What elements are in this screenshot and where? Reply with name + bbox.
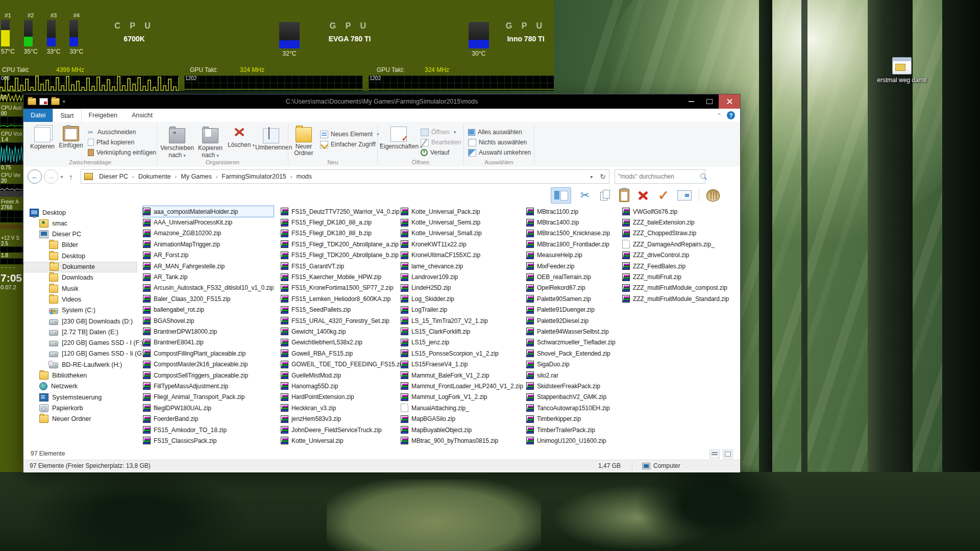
sidebar-item-videos[interactable]: Videos — [23, 294, 137, 305]
thumbnails-view-button[interactable] — [723, 449, 733, 459]
file-item[interactable]: BrantnerDPW18000.zip — [143, 326, 274, 337]
file-item[interactable]: flieglDPW180UAL.zip — [143, 403, 274, 413]
file-item[interactable]: FS15_GarantVT.zip — [281, 261, 404, 271]
refresh-icon[interactable]: ↻ — [597, 172, 609, 181]
file-item[interactable]: FS15_URAL_4320_Forestry_Set.zip — [281, 315, 404, 326]
file-item[interactable]: AR_MAN_Fahrgestelle.zip — [143, 261, 274, 271]
easy-access-button[interactable]: Einfacher Zugriff — [320, 139, 382, 149]
breadcrumb-segment[interactable]: FarmingSimulator2015 — [219, 173, 288, 180]
file-item[interactable]: AR_Forst.zip — [143, 250, 274, 261]
rename-button[interactable]: Umbenennen — [255, 124, 287, 158]
sidebar-item-systemsteuerung[interactable]: Systemsteuerung — [23, 392, 137, 403]
copy-to-button[interactable]: Kopieren nach — [195, 124, 226, 158]
forward-button[interactable]: → — [44, 169, 58, 184]
sidebar-item-papierkorb[interactable]: Papierkorb — [23, 403, 137, 413]
file-item[interactable]: Heckkran_v3.zip — [281, 403, 404, 413]
file-item[interactable]: CompostMaster2k16_placeable.zip — [143, 359, 274, 369]
file-item[interactable]: MBtrac1100.zip — [526, 206, 616, 217]
file-item[interactable]: CompostFillingPlant_placeable.zip — [143, 348, 274, 359]
file-item[interactable]: FS15_Fliegl_TDK200_Abrollplane_b.zip — [281, 250, 404, 261]
file-item[interactable]: JohnDeere_FieldServiceTruck.zip — [281, 424, 404, 435]
file-item[interactable]: LogTrailer.zip — [401, 305, 523, 315]
file-item[interactable]: FS15_Kaercher_Mobile_HPW.zip — [281, 271, 404, 282]
sidebar-item-desktop[interactable]: Desktop — [23, 207, 137, 218]
file-item[interactable]: ZZZ_multiFruitModule_Standard.zip — [622, 293, 729, 304]
file-item[interactable]: jenzHem583v3.zip — [281, 413, 404, 424]
file-item[interactable]: LindeH25D.zip — [401, 283, 523, 293]
file-item[interactable]: MBtrac_900_byThomas0815.zip — [401, 435, 523, 446]
breadcrumb-segment[interactable]: mods — [294, 173, 314, 180]
file-item[interactable]: KroneKWT11x22.zip — [401, 239, 523, 249]
new-folder-button[interactable]: NeuerOrdner — [290, 124, 317, 158]
file-item[interactable]: Kotte_Universal_Small.zip — [401, 228, 523, 239]
file-item[interactable]: Goweil_RBA_FS15.zip — [281, 348, 404, 359]
copy-path-button[interactable]: Pfad kopieren — [88, 137, 156, 147]
sidebar-item--230-gb-downloads-d-[interactable]: [230 GB] Downloads (D:) — [23, 316, 137, 327]
file-item[interactable]: GuelleMistMod.zip — [281, 370, 404, 381]
file-item[interactable]: FS15_Amkodor_TO_18.zip — [143, 424, 274, 435]
properties-icon[interactable] — [39, 98, 48, 105]
recent-locations-icon[interactable]: ▾ — [58, 174, 65, 180]
paste-shortcut-button[interactable]: Verknüpfung einfügen — [88, 147, 156, 158]
sidebar-item-system-c-[interactable]: System (C:) — [23, 305, 137, 316]
file-item[interactable]: aaa_compostMaterialHolder.zip — [143, 206, 274, 217]
file-item[interactable]: MBtrac1500_Knicknase.zip — [526, 228, 616, 239]
file-item[interactable]: FS15_Fliegl_DK180_88_a.zip — [281, 217, 404, 228]
file-item[interactable]: Baler_Claas_3200_FS15.zip — [143, 293, 274, 304]
delete-button[interactable]: Löschen — [228, 124, 254, 158]
file-item[interactable]: GewichtliebherrL538x2.zip — [281, 337, 404, 348]
file-item[interactable]: TimberTrailerPack.zip — [526, 424, 616, 435]
sidebar-item-desktop[interactable]: Desktop — [23, 251, 137, 261]
file-item[interactable]: Shovel_Pack_Extended.zip — [526, 348, 616, 359]
search-icon[interactable] — [700, 173, 707, 180]
file-item[interactable]: MBtrac1400.zip — [526, 217, 616, 228]
select-none-button[interactable]: Nichts auswählen — [468, 137, 531, 147]
paste-tool-icon[interactable] — [619, 189, 629, 202]
file-item[interactable]: ZZZ_baleExtension.zip — [622, 217, 729, 228]
sidebar-item--120-gb-games-ssd-ii-g-[interactable]: [120 GB] Games SSD - Ii (G:) — [23, 348, 137, 359]
new-item-button[interactable]: Neues Element — [320, 129, 382, 139]
file-item[interactable]: BrantnerE8041.zip — [143, 337, 274, 348]
file-item[interactable]: AAA_UniversalProcessKit.zip — [143, 217, 274, 228]
file-item[interactable]: UnimogU1200_U1600.zip — [526, 435, 616, 446]
file-item[interactable]: CompostSellTriggers_placeable.zip — [143, 370, 274, 381]
paste-button[interactable]: Einfügen — [56, 124, 86, 158]
file-item[interactable]: KroneUltimaCF155XC.zip — [401, 250, 523, 261]
file-item[interactable]: Palette90Samen.zip — [526, 293, 616, 304]
up-button[interactable]: ↑ — [65, 172, 77, 181]
sidebar-item-netzwerk[interactable]: Netzwerk — [23, 381, 137, 392]
file-item[interactable]: OpelRekord67.zip — [526, 283, 616, 293]
breadcrumb-segment[interactable]: My Games — [179, 173, 213, 180]
sidebar-item-bilder[interactable]: Bilder — [23, 240, 137, 251]
close-button[interactable] — [719, 94, 740, 109]
file-item[interactable]: SkidsteerFreakPack.zip — [526, 381, 616, 391]
sidebar-item-smac[interactable]: smac — [23, 218, 137, 229]
search-input[interactable] — [615, 173, 700, 180]
file-item[interactable]: BGAShovel.zip — [143, 315, 274, 326]
breadcrumb-segment[interactable]: Dokumente — [136, 173, 173, 180]
sidebar-item-musik[interactable]: Musik — [23, 283, 137, 294]
file-item[interactable]: MapBGASilo.zip — [401, 413, 523, 424]
sidebar-item-bibliotheken[interactable]: Bibliotheken — [23, 370, 137, 381]
maximize-button[interactable] — [700, 94, 719, 109]
minimize-button[interactable] — [682, 94, 700, 109]
tab-datei[interactable]: Datei — [23, 109, 53, 122]
file-item[interactable]: LS15FraeseV4_1.zip — [401, 359, 523, 369]
new-folder-icon[interactable] — [51, 98, 60, 105]
qat-dropdown-icon[interactable]: ▾ — [63, 99, 65, 104]
file-item[interactable]: ZZZ_ChoppedStraw.zip — [622, 228, 729, 239]
cut-tool-icon[interactable]: ✂ — [578, 189, 592, 202]
file-item[interactable]: LS_15_TimTra207_V2_1.zip — [401, 315, 523, 326]
file-item[interactable]: ZZZ_multiFruit.zip — [622, 271, 729, 282]
help-icon[interactable]: ? — [727, 111, 735, 119]
file-item[interactable]: GOWEIL_TDE_TDD_FEEDING_FS15.zip — [281, 359, 404, 369]
file-item[interactable]: FS15_KroneFortima1500_SP77_2.zip — [281, 283, 404, 293]
file-item[interactable]: MBtrac1800_Frontlader.zip — [526, 239, 616, 249]
file-item[interactable]: Landrover109.zip — [401, 271, 523, 282]
copy-tool-icon[interactable] — [599, 189, 612, 202]
move-to-button[interactable]: Verschieben nach — [160, 124, 194, 158]
invert-selection-button[interactable]: Auswahl umkehren — [468, 147, 531, 158]
file-item[interactable]: VWGolfGti76.zip — [622, 206, 729, 217]
file-item[interactable]: FS15_DeutzTTV7250_Warrior_V4_0.zip — [281, 206, 404, 217]
file-item[interactable]: FS15_Lemken_Heliodor8_600KA.zip — [281, 293, 404, 304]
